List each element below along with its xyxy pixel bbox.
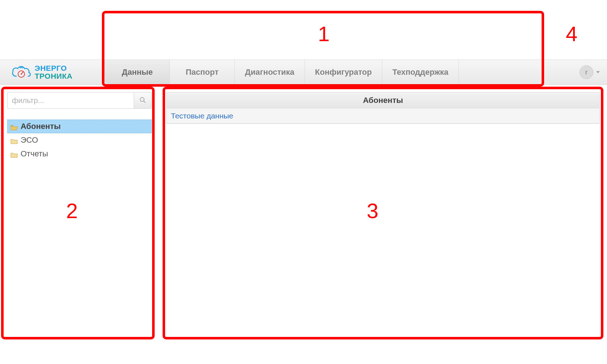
filter-input[interactable] xyxy=(7,92,134,109)
brand-text-line2: ТРОНИКА xyxy=(35,72,73,80)
tab-label: Данные xyxy=(122,68,153,77)
content-row: Абоненты ЭСО Отчеты Абоненты Тестовые xyxy=(0,92,607,364)
brand-text-line1: ЭНЕРГО xyxy=(35,64,73,72)
folder-icon xyxy=(10,137,18,143)
search-icon xyxy=(139,96,146,105)
tab-label: Диагностика xyxy=(245,68,294,77)
tab-support[interactable]: Техподдержка xyxy=(382,60,459,84)
main-tabs: Данные Паспорт Диагностика Конфигуратор … xyxy=(105,60,572,84)
folder-icon xyxy=(10,151,18,157)
avatar: r xyxy=(580,65,593,79)
tree-item-label: ЭСО xyxy=(21,135,38,145)
data-row-link[interactable]: Тестовые данные xyxy=(171,112,233,120)
filter-row xyxy=(7,92,152,109)
brand-text: ЭНЕРГО ТРОНИКА xyxy=(35,64,73,80)
tree-item-label: Абоненты xyxy=(21,122,61,131)
cloud-gauge-icon xyxy=(11,65,32,80)
tabs-spacer xyxy=(459,60,569,84)
panel-title-text: Абоненты xyxy=(363,96,403,105)
data-row[interactable]: Тестовые данные xyxy=(167,108,599,124)
filter-search-button[interactable] xyxy=(134,92,152,109)
tab-label: Конфигуратор xyxy=(315,68,372,77)
tree-item-label: Отчеты xyxy=(21,149,48,159)
tab-passport[interactable]: Паспорт xyxy=(170,60,235,84)
tab-label: Паспорт xyxy=(186,68,219,77)
tab-configurator[interactable]: Конфигуратор xyxy=(305,60,382,84)
user-menu[interactable]: r xyxy=(572,60,607,84)
svg-point-2 xyxy=(21,73,22,75)
main-panel-inner: Абоненты Тестовые данные xyxy=(166,92,600,124)
tree-item-abonenty[interactable]: Абоненты xyxy=(7,120,152,133)
tab-data[interactable]: Данные xyxy=(105,60,170,84)
tab-diagnostics[interactable]: Диагностика xyxy=(235,60,305,84)
page-top-spacer xyxy=(0,0,607,60)
chevron-down-icon xyxy=(596,71,600,73)
tree-item-reports[interactable]: Отчеты xyxy=(7,147,152,161)
panel-title: Абоненты xyxy=(167,92,599,108)
main-panel: Абоненты Тестовые данные xyxy=(166,92,600,364)
tab-label: Техподдержка xyxy=(392,68,448,77)
folder-open-icon xyxy=(10,124,18,129)
tree: Абоненты ЭСО Отчеты xyxy=(7,120,152,161)
sidebar: Абоненты ЭСО Отчеты xyxy=(7,92,152,364)
header-bar: ЭНЕРГО ТРОНИКА Данные Паспорт Диагностик… xyxy=(0,60,607,85)
brand-logo[interactable]: ЭНЕРГО ТРОНИКА xyxy=(0,60,105,84)
svg-line-4 xyxy=(144,101,145,103)
tree-item-eso[interactable]: ЭСО xyxy=(7,133,152,147)
